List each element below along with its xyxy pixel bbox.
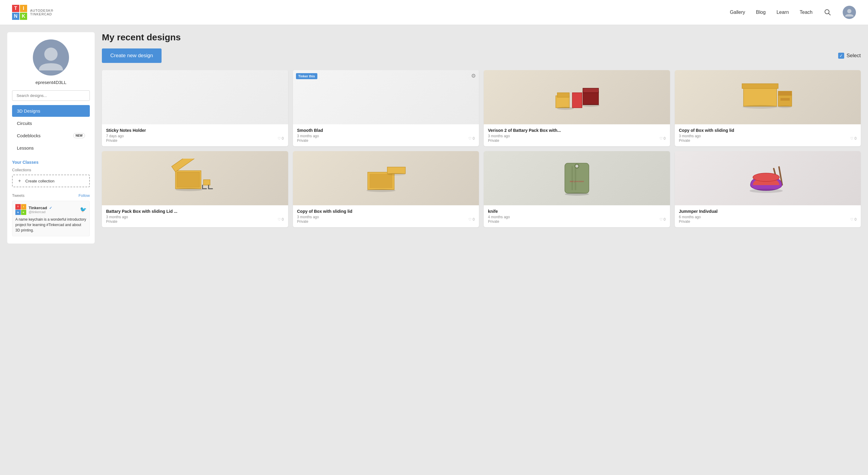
design-preview bbox=[102, 151, 288, 205]
heart-icon: ♡ bbox=[659, 136, 663, 141]
select-label: Select bbox=[846, 53, 861, 59]
search-input[interactable] bbox=[12, 90, 90, 101]
design-card[interactable]: Verison 2 of Battary Pack Box with... 3 … bbox=[484, 70, 670, 146]
nav-gallery[interactable]: Gallery bbox=[730, 10, 745, 15]
svg-point-3 bbox=[44, 47, 58, 61]
header: T I N K AUTODESK® TINKERCAD Gallery Blog… bbox=[0, 0, 868, 25]
tinker-badge[interactable]: Tinker this bbox=[296, 73, 317, 79]
card-thumbnail bbox=[293, 151, 479, 205]
svg-rect-12 bbox=[742, 84, 778, 89]
svg-rect-19 bbox=[177, 172, 199, 187]
card-name: Verison 2 of Battary Pack Box with... bbox=[488, 128, 666, 133]
sidebar: epresent4D3LL 3D Designs Circuits Codebl… bbox=[7, 32, 95, 243]
design-preview bbox=[293, 151, 479, 205]
card-name: Battary Pack Box with sliding Lid ... bbox=[106, 209, 284, 214]
card-likes: ♡ 0 bbox=[850, 136, 857, 141]
new-badge: NEW bbox=[73, 133, 85, 138]
design-card[interactable]: Tinker this ⚙ Smooth Blad 3 months ago P… bbox=[293, 70, 479, 146]
nav-learn[interactable]: Learn bbox=[776, 10, 789, 15]
card-info: Verison 2 of Battary Pack Box with... 3 … bbox=[484, 124, 670, 146]
svg-rect-6 bbox=[572, 93, 582, 108]
svg-rect-7 bbox=[583, 91, 598, 105]
card-info: Copy of Box with sliding lid 3 months ag… bbox=[293, 205, 479, 227]
tweets-header: Tweets Follow bbox=[12, 193, 90, 198]
card-name: Sticky Notes Holder bbox=[106, 128, 284, 133]
svg-rect-25 bbox=[387, 167, 405, 174]
select-checkbox[interactable]: ✓ bbox=[838, 53, 844, 59]
tweet-user-row: T I N K Tinkercad ✓ @tinkercad 🐦 bbox=[16, 204, 87, 215]
collections-label: Collections bbox=[12, 168, 90, 172]
card-likes: ♡ 0 bbox=[850, 217, 857, 222]
page-title: My recent designs bbox=[102, 32, 861, 42]
card-meta: 3 months ago Private ♡ 0 bbox=[488, 134, 666, 143]
sidebar-item-codeblocks[interactable]: Codeblocks NEW bbox=[12, 130, 90, 141]
card-info: Copy of Box with sliding lid 3 months ag… bbox=[675, 124, 861, 146]
main-nav: Gallery Blog Learn Teach bbox=[730, 6, 856, 19]
card-info: Sticky Notes Holder 7 days ago Private ♡… bbox=[102, 124, 288, 146]
gear-icon[interactable]: ⚙ bbox=[471, 72, 476, 79]
card-likes: ♡ 0 bbox=[278, 136, 284, 141]
svg-rect-14 bbox=[778, 91, 792, 95]
sidebar-username: epresent4D3LL bbox=[12, 80, 90, 85]
nav-teach[interactable]: Teach bbox=[800, 10, 812, 15]
card-name: knife bbox=[488, 209, 666, 214]
follow-link[interactable]: Follow bbox=[79, 193, 90, 198]
verified-icon: ✓ bbox=[49, 206, 52, 210]
tweet-username: Tinkercad ✓ bbox=[29, 206, 78, 210]
tweets-section: Tweets Follow T I N K Tinkercad ✓ bbox=[12, 193, 90, 236]
card-meta: 3 months ago Private ♡ 0 bbox=[679, 134, 857, 143]
content-area: My recent designs Create new design ✓ Se… bbox=[102, 32, 861, 475]
sidebar-item-lessons[interactable]: Lessons bbox=[12, 142, 90, 154]
logo-area[interactable]: T I N K AUTODESK® TINKERCAD bbox=[12, 5, 53, 20]
design-card[interactable]: Battary Pack Box with sliding Lid ... 3 … bbox=[102, 151, 288, 227]
design-preview bbox=[484, 70, 670, 124]
design-grid: Sticky Notes Holder 7 days ago Private ♡… bbox=[102, 70, 861, 227]
card-name: Copy of Box with sliding lid bbox=[679, 128, 857, 133]
sidebar-item-circuits[interactable]: Circuits bbox=[12, 117, 90, 129]
toolbar: Create new design ✓ Select bbox=[102, 48, 861, 63]
card-info: knife 4 months ago Private ♡ 0 bbox=[484, 205, 670, 227]
card-name: Smooth Blad bbox=[297, 128, 475, 133]
logo-grid: T I N K bbox=[12, 5, 27, 20]
tweet-handle: @tinkercad bbox=[29, 210, 78, 214]
svg-rect-11 bbox=[744, 87, 777, 106]
design-preview: ball precision bbox=[484, 151, 670, 205]
heart-icon: ♡ bbox=[850, 217, 854, 222]
card-name: Jummper Indivdual bbox=[679, 209, 857, 214]
card-info: Jummper Indivdual 6 months ago Private ♡… bbox=[675, 205, 861, 227]
logo-cell-t: T bbox=[12, 5, 19, 12]
design-card[interactable]: Copy of Box with sliding lid 3 months ag… bbox=[675, 70, 861, 146]
heart-icon: ♡ bbox=[278, 136, 281, 141]
design-card[interactable]: Sticky Notes Holder 7 days ago Private ♡… bbox=[102, 70, 288, 146]
heart-icon: ♡ bbox=[659, 217, 663, 222]
select-area[interactable]: ✓ Select bbox=[838, 53, 861, 59]
tweet-card: T I N K Tinkercad ✓ @tinkercad 🐦 A na bbox=[12, 201, 90, 236]
design-card[interactable]: Jummper Indivdual 6 months ago Private ♡… bbox=[675, 151, 861, 227]
design-card[interactable]: Copy of Box with sliding lid 3 months ag… bbox=[293, 151, 479, 227]
card-info: Smooth Blad 3 months ago Private ♡ 0 bbox=[293, 124, 479, 146]
svg-point-40 bbox=[749, 189, 783, 193]
svg-point-10 bbox=[581, 104, 599, 107]
svg-rect-21 bbox=[204, 180, 210, 185]
heart-icon: ♡ bbox=[850, 136, 854, 141]
card-meta: 7 days ago Private ♡ 0 bbox=[106, 134, 284, 143]
user-avatar[interactable] bbox=[843, 6, 856, 19]
card-thumbnail bbox=[675, 70, 861, 124]
design-preview bbox=[675, 151, 861, 205]
create-collection-btn[interactable]: + Create collection bbox=[12, 175, 90, 187]
card-meta: 4 months ago Private ♡ 0 bbox=[488, 215, 666, 224]
twitter-icon: 🐦 bbox=[80, 206, 87, 213]
plus-icon: + bbox=[16, 178, 23, 184]
sidebar-item-3d-designs[interactable]: 3D Designs bbox=[12, 105, 90, 117]
tweet-logo: T I N K bbox=[16, 204, 26, 215]
card-thumbnail bbox=[675, 151, 861, 205]
your-classes-label: Your Classes bbox=[12, 160, 90, 165]
logo-cell-k: K bbox=[20, 13, 27, 20]
design-card[interactable]: ball precision knife 4 months ago Privat… bbox=[484, 151, 670, 227]
card-info: Battary Pack Box with sliding Lid ... 3 … bbox=[102, 205, 288, 227]
search-icon[interactable] bbox=[824, 8, 832, 16]
nav-blog[interactable]: Blog bbox=[756, 10, 766, 15]
heart-icon: ♡ bbox=[278, 217, 281, 222]
card-thumbnail bbox=[102, 70, 288, 124]
create-new-design-button[interactable]: Create new design bbox=[102, 48, 161, 63]
